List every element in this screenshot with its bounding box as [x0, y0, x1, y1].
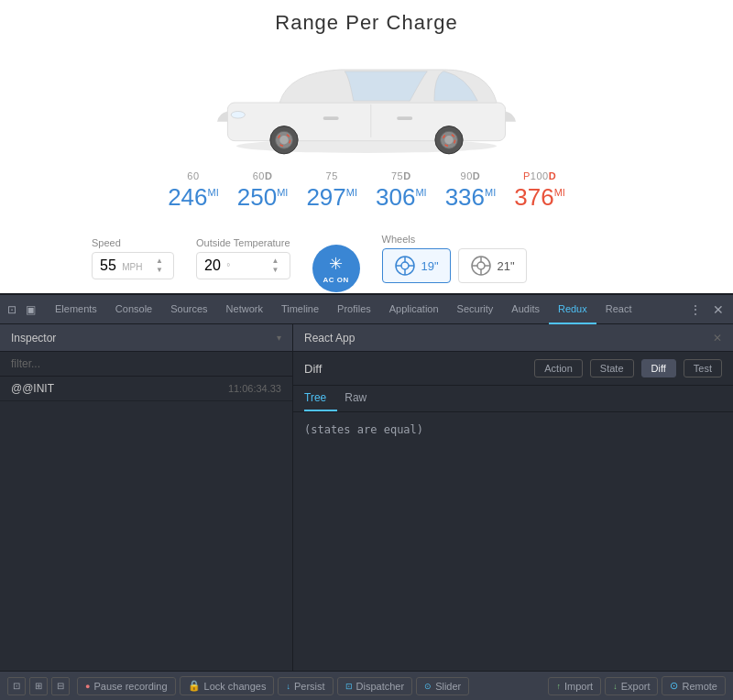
- temp-decrement[interactable]: ▼: [269, 266, 282, 275]
- model-name-60: 60: [187, 170, 199, 181]
- controls-row: Speed 55 MPH ▲ ▼ Outside Temperature 20 …: [92, 224, 641, 292]
- react-pane: React App ✕ Diff Action State Diff Test …: [293, 324, 733, 671]
- speed-increment[interactable]: ▲: [153, 257, 166, 266]
- svg-rect-10: [323, 116, 339, 120]
- car-image: [192, 38, 541, 167]
- model-name-p100d: P100D: [523, 170, 556, 181]
- diff-subtab-raw[interactable]: Raw: [345, 386, 377, 411]
- devtools-content: Inspector ▾ @@INIT 11:06:34.33 React App…: [0, 324, 733, 671]
- action-list: @@INIT 11:06:34.33: [0, 377, 292, 671]
- slider-btn[interactable]: ⊙ Slider: [416, 677, 469, 695]
- tab-network[interactable]: Network: [217, 295, 272, 324]
- devtools-more-icon[interactable]: ⋮: [684, 302, 707, 317]
- pause-recording-label: Pause recording: [93, 681, 167, 692]
- speed-input-box[interactable]: 55 MPH ▲ ▼: [92, 252, 174, 279]
- tab-redux[interactable]: Redux: [549, 295, 596, 324]
- import-label: Import: [564, 681, 593, 692]
- tab-elements[interactable]: Elements: [46, 295, 106, 324]
- model-range-90d: 336MI: [445, 183, 497, 212]
- wheels-label: Wheels: [382, 234, 527, 245]
- diff-content-text: (states are equal): [304, 423, 423, 436]
- diff-label: Diff: [304, 362, 527, 376]
- slider-icon: ⊙: [424, 682, 432, 691]
- react-header: React App ✕: [293, 324, 733, 352]
- model-col-75d: 75D 306MI: [376, 170, 427, 212]
- pause-recording-btn[interactable]: ● Pause recording: [77, 677, 176, 695]
- export-icon: ↓: [613, 682, 618, 691]
- wheel-option-19[interactable]: 19": [382, 248, 451, 283]
- devtools-pointer-icon[interactable]: ⊡: [4, 301, 20, 318]
- model-range-75: 297MI: [306, 183, 357, 212]
- wheel-size-19: 19": [421, 259, 439, 273]
- model-range-75d: 306MI: [376, 183, 427, 212]
- tab-console[interactable]: Console: [106, 295, 161, 324]
- dispatcher-btn[interactable]: ⊡ Dispatcher: [337, 677, 413, 695]
- persist-label: Persist: [294, 681, 325, 692]
- model-col-60: 60 246MI: [168, 170, 219, 212]
- devtools-nav-icons: ⊡ ▣: [4, 301, 38, 318]
- wheel-option-21[interactable]: 21": [458, 248, 527, 283]
- export-btn[interactable]: ↓ Export: [605, 677, 658, 695]
- filter-input[interactable]: [0, 352, 292, 377]
- model-name-75: 75: [326, 170, 338, 181]
- tab-application[interactable]: Application: [380, 295, 448, 324]
- model-name-90d: 90D: [461, 170, 481, 181]
- devtools-panel: ⊡ ▣ Elements Console Sources Network Tim…: [0, 293, 733, 700]
- bottom-icon-2[interactable]: ⊞: [29, 677, 48, 695]
- devtools-close-icon[interactable]: ✕: [707, 302, 729, 317]
- temp-control: Outside Temperature 20 ° ▲ ▼: [196, 237, 290, 279]
- inspector-chevron-icon[interactable]: ▾: [277, 333, 281, 343]
- model-col-60d: 60D 250MI: [237, 170, 289, 212]
- dispatcher-icon: ⊡: [345, 682, 353, 691]
- app-area: Range Per Charge: [0, 0, 733, 293]
- speed-stepper[interactable]: ▲ ▼: [153, 257, 166, 275]
- remote-label: Remote: [682, 681, 717, 692]
- lock-changes-btn[interactable]: 🔒 Lock changes: [180, 676, 275, 695]
- action-item-init[interactable]: @@INIT 11:06:34.33: [0, 377, 292, 401]
- temp-stepper[interactable]: ▲ ▼: [269, 257, 282, 275]
- ac-button[interactable]: ✳ AC ON: [312, 245, 360, 292]
- svg-point-8: [231, 111, 245, 118]
- lock-changes-label: Lock changes: [204, 681, 267, 692]
- lock-icon: 🔒: [188, 680, 201, 692]
- tab-timeline[interactable]: Timeline: [272, 295, 328, 324]
- model-range-p100d: 376MI: [514, 183, 565, 212]
- model-range-grid: 60 246MI 60D 250MI 75 297MI 75D 306MI 90…: [168, 170, 565, 212]
- model-range-60d: 250MI: [237, 183, 289, 212]
- tab-profiles[interactable]: Profiles: [328, 295, 380, 324]
- diff-action-btn[interactable]: Action: [534, 359, 583, 377]
- tab-sources[interactable]: Sources: [161, 295, 216, 324]
- temp-label: Outside Temperature: [196, 237, 290, 248]
- action-name-init: @@INIT: [11, 382, 54, 395]
- temp-input-box[interactable]: 20 ° ▲ ▼: [196, 252, 290, 279]
- bottom-icon-1[interactable]: ⊡: [7, 677, 26, 695]
- model-range-60: 246MI: [168, 183, 219, 212]
- diff-state-btn[interactable]: State: [590, 359, 634, 377]
- temp-increment[interactable]: ▲: [269, 257, 282, 266]
- devtools-inspect-icon[interactable]: ▣: [22, 301, 38, 318]
- persist-btn[interactable]: ↓ Persist: [278, 677, 333, 695]
- inspector-header: Inspector ▾: [0, 324, 292, 352]
- wheels-control: Wheels 19": [382, 234, 527, 283]
- ac-label: AC ON: [323, 276, 348, 284]
- diff-diff-btn[interactable]: Diff: [641, 359, 676, 377]
- tab-audits[interactable]: Audits: [502, 295, 549, 324]
- model-name-60d: 60D: [253, 170, 273, 181]
- react-close-icon[interactable]: ✕: [713, 332, 722, 345]
- temp-value: 20 °: [204, 257, 230, 274]
- car-svg: [202, 48, 531, 158]
- diff-subtab-tree[interactable]: Tree: [304, 386, 337, 411]
- speed-control: Speed 55 MPH ▲ ▼: [92, 237, 174, 279]
- speed-decrement[interactable]: ▼: [153, 266, 166, 275]
- bottom-icon-3[interactable]: ⊟: [51, 677, 70, 695]
- tab-security[interactable]: Security: [448, 295, 503, 324]
- bottom-icon-group: ⊡ ⊞ ⊟: [7, 677, 70, 695]
- model-col-p100d: P100D 376MI: [514, 170, 565, 212]
- remote-btn[interactable]: ⊙ Remote: [662, 676, 726, 695]
- remote-icon: ⊙: [670, 680, 678, 692]
- diff-test-btn[interactable]: Test: [684, 359, 722, 377]
- import-btn[interactable]: ↑ Import: [548, 677, 601, 695]
- inspector-title: Inspector: [11, 332, 56, 345]
- devtools-tabbar: ⊡ ▣ Elements Console Sources Network Tim…: [0, 295, 733, 324]
- tab-react[interactable]: React: [596, 295, 641, 324]
